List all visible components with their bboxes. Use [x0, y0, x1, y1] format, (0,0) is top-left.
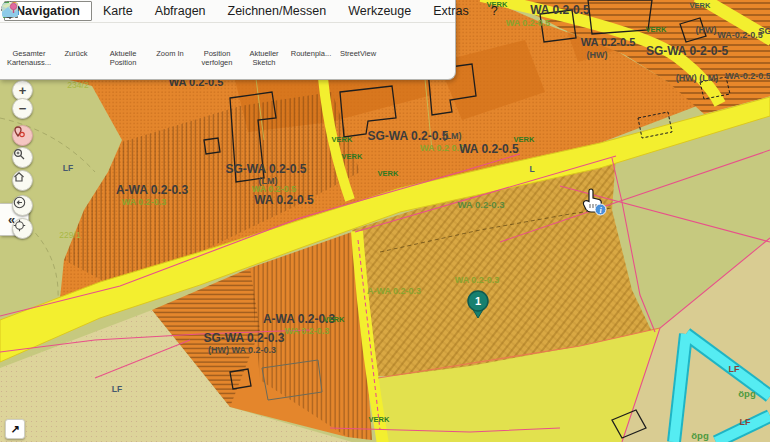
zone-label: WA 0.2-0.3 [457, 199, 504, 210]
location-pin-icon [13, 126, 25, 138]
parcel-number-label: 229/1 [59, 230, 81, 240]
toolbar-label: Aktuelle [110, 49, 137, 58]
crosshair-icon [13, 219, 26, 232]
verk-label: VERK [690, 1, 711, 10]
toolbar-button-aktueller-sketch[interactable]: AktuellerSketch [241, 27, 287, 68]
zone-label: WA 0.2-0.3 [455, 275, 500, 285]
toolbar-label: Position [110, 58, 137, 67]
locate-button[interactable] [12, 125, 33, 146]
toolbar-label: Position [202, 49, 233, 58]
zone-label: LF [63, 163, 73, 173]
verk-label: VERK [646, 25, 667, 34]
toolbar-button-streetview[interactable]: StreetView [335, 27, 381, 58]
zone-label: öpg [738, 388, 756, 399]
toolbar-button-zurueck[interactable]: Zurück [53, 27, 99, 58]
home-icon [13, 171, 25, 183]
zone-label: A-WA 0.2-0.3 [116, 183, 189, 197]
zone-label: (HW) [587, 50, 608, 60]
toolbar-label: Zoom In [156, 49, 184, 58]
zone-label: WA-0.2-0.5 [717, 30, 763, 40]
toolbar-button-gesamter-kartenausschnitt[interactable]: GesamterKartenauss... [6, 27, 52, 68]
menu-tab-extras[interactable]: Extras [422, 2, 479, 20]
zone-label: A-WA 0.2-0.3 [367, 286, 421, 296]
verk-label: VERK [369, 415, 390, 424]
zone-label: WA 0.2-0.5 [506, 18, 551, 28]
toolbar-label: Sketch [249, 58, 278, 67]
zone-label: SG [758, 26, 770, 36]
zone-label: (HW) [696, 25, 717, 35]
zone-label: WA 0.2-0.5 [254, 193, 314, 207]
zone-label: WA-0.2-0.5 [725, 71, 770, 81]
zone-label: LF [729, 364, 740, 374]
zone-label: LF [740, 417, 751, 427]
toolbar-label: Zurück [65, 49, 88, 58]
plus-icon: + [19, 84, 27, 97]
toolbar: GesamterKartenauss... Zurück AktuellePos… [0, 23, 455, 68]
gis-application-window: WA 0.2-0.5 WA 0.2-0.5 VERK VERK (HW) WA-… [0, 0, 770, 442]
zone-label: SG-WA 0.2-0.3 [204, 331, 285, 345]
fullscreen-button[interactable]: ↗ [5, 419, 25, 439]
menu-tab-karte[interactable]: Karte [92, 2, 144, 20]
menu-tab-abfragen[interactable]: Abfragen [144, 2, 217, 20]
zone-label: LF [112, 384, 122, 394]
verk-label: VERK [342, 152, 363, 161]
zone-label: WA 0.2 0.5 [420, 143, 464, 153]
menu-bar: Navigation Karte Abfragen Zeichnen/Messe… [0, 0, 455, 23]
toolbar-button-zoom-in[interactable]: Zoom In [147, 27, 193, 58]
minus-icon: − [19, 102, 27, 115]
zone-label: WA 0.2-0.3 [285, 326, 330, 336]
menu-tab-werkzeuge[interactable]: Werkzeuge [337, 2, 422, 20]
zoom-out-button[interactable]: − [12, 98, 33, 119]
toolbar-label: StreetView [340, 49, 376, 58]
marker-number-label: 1 [475, 295, 481, 307]
home-extent-button[interactable] [12, 170, 33, 191]
zone-label: SG-WA 0.2-0.5 [368, 129, 449, 143]
toolbar-button-routenplaner[interactable]: Routenpla... [288, 27, 334, 58]
zone-label: WA 0.2-0.5 [581, 36, 636, 48]
toolbar-label: verfolgen [202, 58, 233, 67]
zone-label: SG-WA 0-2-0-5 [646, 44, 729, 58]
zoom-box-button[interactable] [12, 147, 33, 168]
verk-label: VERK [378, 169, 399, 178]
road-label: L [529, 164, 534, 174]
expand-arrow-icon: ↗ [10, 423, 19, 436]
toolbar-label: Kartenauss... [7, 58, 51, 67]
zone-label: WA 0.2-0.5 [459, 142, 519, 156]
verk-label: VERK [514, 135, 535, 144]
toolbar-label: Routenpla... [291, 49, 331, 58]
zone-label: SG-WA 0.2-0.5 [226, 162, 307, 176]
verk-label: VERK [324, 315, 345, 324]
track-position-button[interactable] [12, 218, 33, 239]
toolbar-button-position-verfolgen[interactable]: Positionverfolgen [194, 27, 240, 68]
toolbar-button-aktuelle-position[interactable]: AktuellePosition [100, 27, 146, 68]
zone-label: (HW) (LM) [676, 73, 718, 83]
magnifier-plus-icon [13, 148, 25, 160]
verk-label: VERK [332, 135, 353, 144]
zone-label: (HW) WA 0.2-0.3 [208, 345, 276, 355]
toolbar-panel: Navigation Karte Abfragen Zeichnen/Messe… [0, 0, 456, 80]
zone-label: WA 0.2-0.3 [122, 197, 167, 207]
toolbar-label: Aktueller [249, 49, 278, 58]
back-extent-button[interactable] [12, 195, 33, 216]
zone-label: öpg [691, 430, 709, 441]
parcel-number-label: 234/2 [67, 80, 89, 90]
back-arrow-icon [13, 196, 26, 209]
zone-label: (LM) [443, 131, 462, 141]
menu-tab-help[interactable]: ? [480, 2, 509, 20]
toolbar-label: Gesamter [7, 49, 51, 58]
menu-tab-zeichnen-messen[interactable]: Zeichnen/Messen [217, 2, 338, 20]
zone-label: WA 0.2-0.5 [530, 3, 590, 17]
